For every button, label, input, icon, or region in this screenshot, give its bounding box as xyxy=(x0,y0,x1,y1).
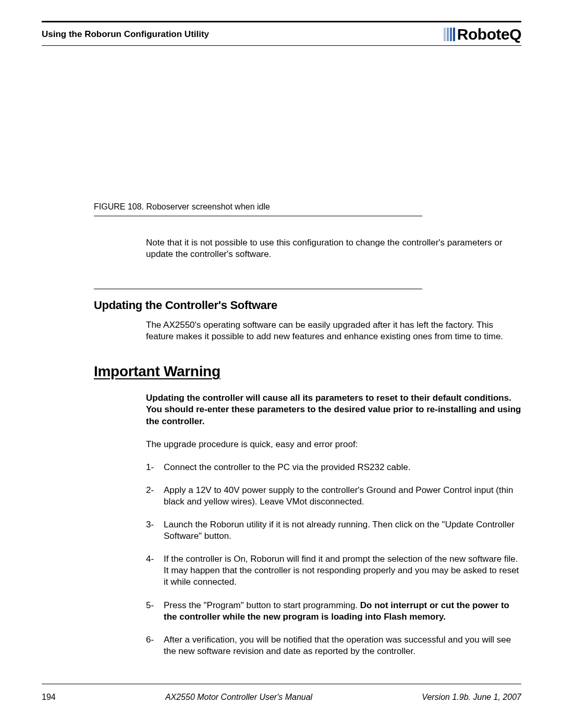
list-item: 6- After a verification, you will be not… xyxy=(146,634,521,657)
figure-block: FIGURE 108. Roboserver screenshot when i… xyxy=(94,202,422,216)
list-item-number: 1- xyxy=(146,462,164,473)
list-item-text: Apply a 12V to 40V power supply to the c… xyxy=(164,485,521,508)
page-number: 194 xyxy=(42,693,56,702)
section-title: Using the Roborun Configuration Utility xyxy=(42,29,209,40)
logo-bars-icon xyxy=(444,28,455,41)
list-item-number: 5- xyxy=(146,600,164,623)
list-item: 5- Press the "Program" button to start p… xyxy=(146,600,521,623)
list-item: 2- Apply a 12V to 40V power supply to th… xyxy=(146,485,521,508)
figure-rule xyxy=(94,216,422,216)
list-item-number: 3- xyxy=(146,519,164,542)
procedure-intro: The upgrade procedure is quick, easy and… xyxy=(146,439,521,450)
warning-heading: Important Warning xyxy=(94,363,521,380)
list-item-text: After a verification, you will be notifi… xyxy=(164,634,521,657)
list-item: 1- Connect the controller to the PC via … xyxy=(146,462,521,473)
manual-title: AX2550 Motor Controller User's Manual xyxy=(165,693,312,702)
page-footer: 194 AX2550 Motor Controller User's Manua… xyxy=(42,693,521,702)
procedure-list: 1- Connect the controller to the PC via … xyxy=(146,462,521,657)
section-rule xyxy=(94,289,422,289)
figure-caption: FIGURE 108. Roboserver screenshot when i… xyxy=(94,202,422,212)
list-item-number: 6- xyxy=(146,634,164,657)
section-heading: Updating the Controller's Software xyxy=(94,299,521,312)
version-text: Version 1.9b. June 1, 2007 xyxy=(422,693,521,702)
warning-bold-paragraph: Updating the controller will cause all i… xyxy=(146,392,521,427)
list-item-number: 2- xyxy=(146,485,164,508)
list-item-text: If the controller is On, Roborun will fi… xyxy=(164,553,521,588)
list-item-number: 4- xyxy=(146,553,164,588)
section-paragraph: The AX2550's operating software can be e… xyxy=(146,319,521,342)
brand-logo: RoboteQ xyxy=(444,26,521,43)
list-item-text: Connect the controller to the PC via the… xyxy=(164,462,521,473)
footer-rule xyxy=(42,684,521,684)
top-rule xyxy=(42,21,521,22)
list-item: 3- Launch the Roborun utility if it is n… xyxy=(146,519,521,542)
step5-lead: Press the "Program" button to start prog… xyxy=(164,600,360,610)
brand-logo-text: RoboteQ xyxy=(457,26,521,43)
list-item-text: Launch the Roborun utility if it is not … xyxy=(164,519,521,542)
list-item-text: Press the "Program" button to start prog… xyxy=(164,600,521,623)
page-194: Using the Roborun Configuration Utility … xyxy=(0,0,563,728)
section-rule-wrap xyxy=(94,289,422,289)
note-paragraph: Note that it is not possible to use this… xyxy=(146,237,521,260)
list-item: 4- If the controller is On, Roborun will… xyxy=(146,553,521,588)
page-header: Using the Roborun Configuration Utility … xyxy=(42,26,521,46)
